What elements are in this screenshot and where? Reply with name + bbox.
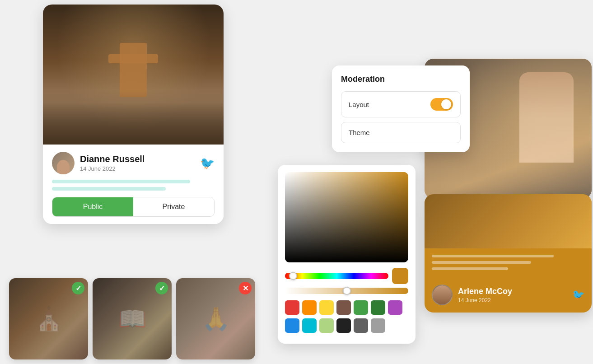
- color-palette-row-1: [285, 300, 408, 315]
- right-text-line-2: [432, 261, 531, 264]
- color-picker-panel: [278, 165, 416, 344]
- opacity-thumb: [343, 287, 351, 295]
- theme-row[interactable]: Theme: [341, 122, 461, 143]
- color-swatch-light-green[interactable]: [319, 318, 334, 333]
- cross-decoration: [120, 43, 147, 97]
- card-info-section: Dianne Russell 14 June 2022 🐦 Public Pri…: [43, 145, 224, 224]
- visibility-toggle: Public Private: [52, 197, 215, 217]
- right-avatar-inner: [433, 285, 452, 304]
- card-top-image: [425, 194, 592, 248]
- right-user-row: Arlene McCoy 14 June 2022 🐦: [425, 280, 592, 313]
- theme-label: Theme: [349, 129, 370, 136]
- color-swatch-black[interactable]: [336, 318, 351, 333]
- color-palette-row-2: [285, 318, 408, 333]
- layout-toggle[interactable]: [430, 98, 453, 111]
- layout-row: Layout: [341, 91, 461, 117]
- right-themed-card: Arlene McCoy 14 June 2022 🐦: [425, 194, 592, 313]
- hue-thumb: [289, 272, 297, 280]
- twitter-icon: 🐦: [200, 156, 215, 170]
- right-user-name: Arlene McCoy: [458, 287, 512, 296]
- text-line-1: [52, 180, 190, 183]
- color-swatch-orange[interactable]: [302, 300, 317, 315]
- user-name-block: Dianne Russell 14 June 2022: [80, 154, 195, 172]
- thumb-badge-3: ✕: [239, 282, 252, 294]
- opacity-slider-row: [285, 288, 408, 294]
- color-swatch-cyan[interactable]: [302, 318, 317, 333]
- moderation-title: Moderation: [341, 75, 461, 84]
- right-text-line-1: [432, 255, 554, 257]
- thumbnails-row: ⛪ ✓ 📖 ✓ 🙏 ✕: [9, 278, 255, 359]
- figure-body: [519, 72, 574, 163]
- color-swatch-dark-green[interactable]: [371, 300, 385, 315]
- thumbnail-1[interactable]: ⛪ ✓: [9, 278, 88, 359]
- user-row: Dianne Russell 14 June 2022 🐦: [52, 152, 215, 174]
- moderation-panel: Moderation Layout Theme: [332, 65, 470, 152]
- left-content-card: Dianne Russell 14 June 2022 🐦 Public Pri…: [43, 5, 224, 224]
- content-lines: [52, 180, 215, 191]
- private-button[interactable]: Private: [133, 197, 214, 216]
- opacity-slider[interactable]: [285, 288, 408, 294]
- public-button[interactable]: Public: [52, 197, 133, 216]
- right-twitter-icon: 🐦: [572, 289, 584, 301]
- thumb-badge-2: ✓: [155, 282, 168, 294]
- people-silhouette: [43, 90, 224, 145]
- church-scene: [43, 5, 224, 145]
- thumb-badge-1: ✓: [72, 282, 84, 294]
- text-line-2: [52, 187, 166, 191]
- hue-slider-row: [285, 268, 408, 284]
- thumbnail-3[interactable]: 🙏 ✕: [176, 278, 255, 359]
- avatar-face: [57, 160, 70, 174]
- color-swatch-green[interactable]: [354, 300, 368, 315]
- avatar: [52, 152, 75, 174]
- card-hero-image: [43, 5, 224, 145]
- color-swatch-brown[interactable]: [336, 300, 351, 315]
- right-user-date: 14 June 2022: [458, 297, 512, 303]
- right-text-line-3: [432, 267, 508, 270]
- right-avatar: [432, 285, 453, 305]
- user-name: Dianne Russell: [80, 154, 195, 164]
- gradient-inner: [285, 172, 408, 262]
- thumbnail-2[interactable]: 📖 ✓: [93, 278, 172, 359]
- color-swatch-gray[interactable]: [371, 318, 385, 333]
- color-swatch-blue[interactable]: [285, 318, 299, 333]
- card-text-lines: [425, 248, 592, 280]
- color-preview-swatch: [392, 268, 408, 284]
- color-gradient-picker[interactable]: [285, 172, 408, 262]
- hue-slider[interactable]: [285, 273, 388, 279]
- layout-label: Layout: [349, 101, 369, 108]
- user-date: 14 June 2022: [80, 165, 195, 172]
- color-swatch-red[interactable]: [285, 300, 299, 315]
- color-swatch-purple[interactable]: [388, 300, 402, 315]
- right-user-name-block: Arlene McCoy 14 June 2022: [458, 287, 512, 303]
- color-swatch-dark-gray[interactable]: [354, 318, 368, 333]
- color-swatch-yellow[interactable]: [319, 300, 334, 315]
- praying-figure: [519, 72, 574, 163]
